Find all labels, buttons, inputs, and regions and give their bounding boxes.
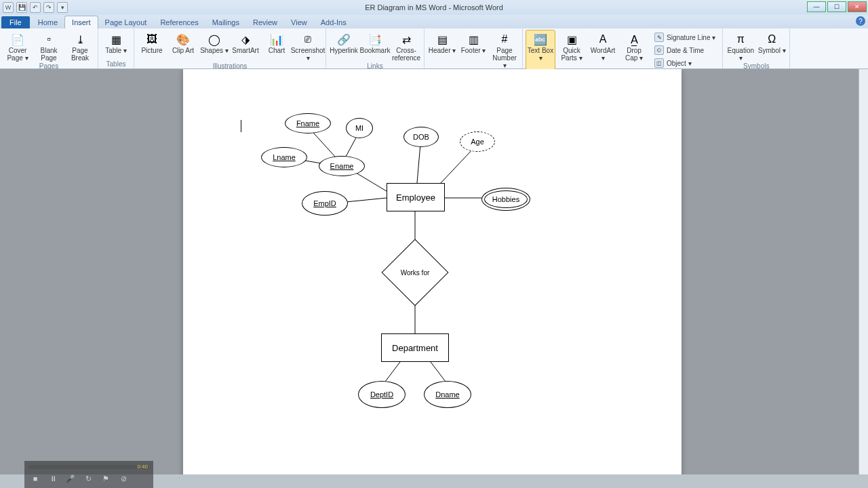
- wordart-button[interactable]: AWordArt ▾: [588, 30, 618, 70]
- vertical-scrollbar[interactable]: [859, 69, 868, 474]
- text-cursor: [241, 120, 241, 132]
- svg-line-5: [417, 144, 420, 183]
- signature-button[interactable]: ✎Signature Line ▾: [652, 31, 718, 43]
- symbol-button[interactable]: ΩSymbol ▾: [757, 30, 787, 62]
- player-mic-button[interactable]: 🎤: [65, 473, 76, 484]
- group-label: Tables: [101, 60, 131, 68]
- blank-page-icon: ▫: [41, 32, 57, 47]
- pagenum-icon: #: [496, 32, 513, 47]
- chart-icon: 📊: [269, 32, 285, 47]
- player-marker-button[interactable]: ⚑: [100, 473, 111, 484]
- entity-employee[interactable]: Employee: [387, 183, 445, 211]
- quickparts-button[interactable]: ▣Quick Parts ▾: [557, 30, 587, 70]
- group-pages: 📄Cover Page ▾ ▫Blank Page ⤓Page Break Pa…: [0, 28, 98, 68]
- equation-button[interactable]: πEquation ▾: [726, 30, 755, 62]
- player-cancel-button[interactable]: ⊘: [118, 473, 129, 484]
- tab-addins[interactable]: Add-Ins: [314, 16, 353, 28]
- attr-lname[interactable]: Lname: [261, 147, 307, 167]
- ribbon: 📄Cover Page ▾ ▫Blank Page ⤓Page Break Pa…: [0, 28, 868, 69]
- svg-line-6: [441, 147, 475, 183]
- blank-page-button[interactable]: ▫Blank Page: [34, 30, 64, 62]
- group-header-footer: ▤Header ▾ ▥Footer ▾ #Page Number ▾ Heade…: [425, 28, 523, 68]
- attr-mi[interactable]: MI: [346, 118, 373, 138]
- tab-review[interactable]: Review: [246, 16, 284, 28]
- signature-icon: ✎: [654, 33, 664, 42]
- player-repeat-button[interactable]: ↻: [83, 473, 94, 484]
- title-bar: W 💾 ↶ ↷ ▾ ER Diagram in MS Word - Micros…: [0, 0, 868, 15]
- footer-icon: ▥: [465, 32, 481, 47]
- attr-deptid[interactable]: DeptID: [358, 381, 406, 408]
- datetime-icon: ⏲: [654, 45, 664, 55]
- attr-fname[interactable]: Fname: [285, 113, 331, 134]
- attr-dname[interactable]: Dname: [424, 381, 471, 408]
- hyperlink-icon: 🔗: [336, 32, 352, 47]
- header-button[interactable]: ▤Header ▾: [427, 30, 457, 70]
- clipart-icon: 🎨: [175, 32, 191, 47]
- hyperlink-button[interactable]: 🔗Hyperlink: [329, 30, 359, 62]
- qat-more-icon[interactable]: ▾: [57, 2, 68, 13]
- minimize-button[interactable]: —: [807, 1, 826, 12]
- attr-hobbies[interactable]: Hobbies: [481, 188, 530, 211]
- table-icon: ▦: [108, 32, 124, 47]
- attr-empid[interactable]: EmpID: [302, 191, 348, 216]
- document-area[interactable]: Fname MI Lname Ename DOB Age EmpID Emplo…: [0, 69, 859, 474]
- tab-mailings[interactable]: Mailings: [205, 16, 246, 28]
- dropcap-button[interactable]: A̲Drop Cap ▾: [619, 30, 649, 70]
- group-links: 🔗Hyperlink 📑Bookmark ⇄Cross-reference Li…: [326, 28, 425, 68]
- cover-page-icon: 📄: [9, 32, 26, 47]
- object-button[interactable]: ◫Object ▾: [652, 57, 718, 69]
- undo-icon[interactable]: ↶: [30, 2, 41, 13]
- symbol-icon: Ω: [764, 32, 780, 47]
- cover-page-button[interactable]: 📄Cover Page ▾: [3, 30, 33, 62]
- attr-dob[interactable]: DOB: [403, 127, 439, 147]
- tab-insert[interactable]: Insert: [64, 16, 98, 28]
- rel-worksfor[interactable]: Works for: [395, 252, 435, 293]
- quick-access-toolbar: W 💾 ↶ ↷ ▾: [0, 2, 68, 13]
- textbox-icon: 🔤: [532, 32, 549, 47]
- attr-age[interactable]: Age: [460, 131, 495, 152]
- word-icon: W: [3, 2, 14, 13]
- shapes-icon: ◯: [206, 32, 222, 47]
- textbox-button[interactable]: 🔤Text Box ▾: [526, 30, 555, 70]
- chart-button[interactable]: 📊Chart: [262, 30, 292, 62]
- bookmark-icon: 📑: [367, 32, 383, 47]
- save-icon[interactable]: 💾: [16, 2, 27, 13]
- player-pause-button[interactable]: ⏸: [47, 473, 58, 484]
- page[interactable]: Fname MI Lname Ename DOB Age EmpID Emplo…: [183, 69, 682, 474]
- screenshot-button[interactable]: ⎚Screenshot ▾: [293, 30, 323, 62]
- table-button[interactable]: ▦Table ▾: [101, 30, 131, 55]
- picture-icon: 🖼: [144, 32, 160, 47]
- maximize-button[interactable]: ☐: [827, 1, 846, 12]
- tab-pagelayout[interactable]: Page Layout: [98, 16, 154, 28]
- clipart-button[interactable]: 🎨Clip Art: [168, 30, 198, 62]
- tab-home[interactable]: Home: [31, 16, 64, 28]
- close-button[interactable]: ✕: [848, 1, 867, 12]
- datetime-button[interactable]: ⏲Date & Time: [652, 44, 718, 56]
- tab-file[interactable]: File: [1, 16, 30, 28]
- pagenum-button[interactable]: #Page Number ▾: [490, 30, 519, 70]
- shapes-button[interactable]: ◯Shapes ▾: [199, 30, 229, 62]
- tab-references[interactable]: References: [153, 16, 205, 28]
- page-break-button[interactable]: ⤓Page Break: [65, 30, 95, 62]
- help-icon[interactable]: ?: [856, 16, 865, 26]
- player-time: 0:40: [137, 464, 148, 470]
- equation-icon: π: [732, 32, 749, 47]
- player-stop-button[interactable]: ■: [30, 473, 41, 484]
- redo-icon[interactable]: ↷: [43, 2, 54, 13]
- group-tables: ▦Table ▾ Tables: [98, 28, 134, 68]
- tab-view[interactable]: View: [284, 16, 314, 28]
- footer-button[interactable]: ▥Footer ▾: [458, 30, 488, 70]
- page-break-icon: ⤓: [72, 32, 88, 47]
- window-title: ER Diagram in MS Word - Microsoft Word: [0, 3, 868, 12]
- entity-department[interactable]: Department: [381, 333, 449, 362]
- video-player-overlay: 0:40 ■ ⏸ 🎤 ↻ ⚑ ⊘: [24, 461, 153, 488]
- attr-ename[interactable]: Ename: [319, 156, 365, 176]
- group-symbols: πEquation ▾ ΩSymbol ▾ Symbols: [723, 28, 790, 68]
- picture-button[interactable]: 🖼Picture: [137, 30, 167, 62]
- smartart-icon: ⬗: [237, 32, 254, 47]
- crossref-button[interactable]: ⇄Cross-reference: [391, 30, 421, 62]
- bookmark-button[interactable]: 📑Bookmark: [360, 30, 390, 62]
- smartart-button[interactable]: ⬗SmartArt: [231, 30, 260, 62]
- crossref-icon: ⇄: [398, 32, 414, 47]
- player-timeline[interactable]: 0:40: [28, 465, 149, 469]
